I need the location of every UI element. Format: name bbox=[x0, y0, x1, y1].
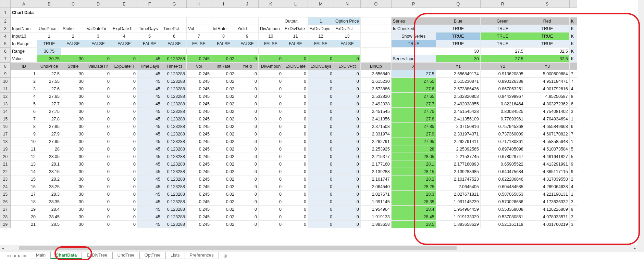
cell-x-27[interactable]: 28.4 bbox=[391, 206, 436, 213]
cell-l-21[interactable]: 0 bbox=[283, 160, 308, 168]
cell-binop-21[interactable]: 2.177160 bbox=[360, 160, 391, 168]
cell-exp-9[interactable]: 0 bbox=[111, 70, 137, 78]
row-header-19[interactable]: 19 bbox=[0, 145, 11, 153]
cell-binop-20[interactable]: 2.215377 bbox=[360, 153, 391, 160]
cell-K3[interactable]: DivAmoun bbox=[259, 25, 283, 32]
cell-exp-16[interactable]: 0 bbox=[111, 123, 137, 130]
cell-T6[interactable]: K bbox=[569, 48, 577, 55]
cell-k-26[interactable]: 0 bbox=[259, 198, 283, 206]
cell-rate-19[interactable]: 0.02 bbox=[211, 145, 236, 153]
cell-C6[interactable] bbox=[61, 48, 85, 55]
cell-over-23[interactable]: 2 bbox=[569, 176, 577, 183]
cell-und-19[interactable]: 28 bbox=[37, 145, 61, 153]
col-label-S[interactable]: Y3 bbox=[525, 63, 569, 70]
cell-pct-11[interactable]: 0.123288 bbox=[162, 85, 187, 93]
row-header-4[interactable]: 4 bbox=[0, 32, 11, 40]
cell-pct-10[interactable]: 0.123288 bbox=[162, 78, 187, 85]
cell-exp-24[interactable]: 0 bbox=[111, 183, 137, 191]
cell-m-26[interactable]: 0 bbox=[308, 198, 334, 206]
cell-n-12[interactable]: 0 bbox=[334, 93, 361, 100]
cell-x-29[interactable]: 28.5 bbox=[391, 221, 436, 228]
cell-N3[interactable]: ExDivPct bbox=[334, 25, 361, 32]
cell-yield-18[interactable]: 0 bbox=[236, 138, 259, 145]
scroll-h-track[interactable] bbox=[6, 245, 632, 251]
row-header-23[interactable]: 23 bbox=[0, 176, 11, 183]
cell-id-23[interactable]: 15 bbox=[11, 176, 37, 183]
cell-C2[interactable] bbox=[61, 17, 85, 25]
sheet-tab-exdivtree[interactable]: ExDivTree bbox=[82, 252, 112, 259]
cell-strike-23[interactable]: 30 bbox=[61, 176, 85, 183]
cell-x-24[interactable]: 28.25 bbox=[391, 183, 436, 191]
vertical-scrollbar[interactable] bbox=[638, 0, 644, 251]
cell-und-21[interactable]: 28.1 bbox=[37, 160, 61, 168]
cell-strike-29[interactable]: 30 bbox=[61, 221, 85, 228]
cell-F2[interactable] bbox=[137, 17, 162, 25]
cell-vol-28[interactable]: 0.245 bbox=[187, 213, 211, 221]
cell-exp-27[interactable]: 0 bbox=[111, 206, 137, 213]
cell-y3-25[interactable]: 4.221190131 bbox=[525, 191, 569, 198]
cell-B5[interactable]: TRUE bbox=[37, 40, 61, 48]
cell-k-24[interactable]: 0 bbox=[259, 183, 283, 191]
cell-days-14[interactable]: 45 bbox=[137, 108, 162, 115]
cell-N7[interactable]: 0 bbox=[334, 55, 361, 63]
cell-m-29[interactable]: 0 bbox=[308, 221, 334, 228]
cell-days-12[interactable]: 45 bbox=[137, 93, 162, 100]
cell-yield-13[interactable]: 0 bbox=[236, 100, 259, 108]
cell-yield-27[interactable]: 0 bbox=[236, 206, 259, 213]
cell-id-19[interactable]: 11 bbox=[11, 145, 37, 153]
cell-y2-26[interactable]: 0.570026686 bbox=[480, 198, 525, 206]
cell-over-13[interactable]: 6 bbox=[569, 100, 577, 108]
cell-C5[interactable]: FALSE bbox=[61, 40, 85, 48]
cell-vol-20[interactable]: 0.245 bbox=[187, 153, 211, 160]
cell-vol-15[interactable]: 0.245 bbox=[187, 115, 211, 123]
cell-strike-26[interactable]: 30 bbox=[61, 198, 85, 206]
cell-Q3[interactable]: TRUE bbox=[436, 25, 480, 32]
cell-binop-18[interactable]: 2.292791 bbox=[360, 138, 391, 145]
cell-x-26[interactable]: 28.35 bbox=[391, 198, 436, 206]
cell-val-18[interactable]: 0 bbox=[85, 138, 111, 145]
cell-y1-23[interactable]: 2.101747523 bbox=[436, 176, 480, 183]
cell-pct-21[interactable]: 0.123288 bbox=[162, 160, 187, 168]
cell-m-28[interactable]: 0 bbox=[308, 213, 334, 221]
cell-O5[interactable] bbox=[360, 40, 391, 48]
cell-J4[interactable]: 9 bbox=[236, 32, 259, 40]
cell-exp-14[interactable]: 0 bbox=[111, 108, 137, 115]
col-label-N[interactable]: ExDivPct bbox=[334, 63, 361, 70]
cell-yield-23[interactable]: 0 bbox=[236, 176, 259, 183]
cell-over-29[interactable]: 3 bbox=[569, 221, 577, 228]
cell-n-13[interactable]: 0 bbox=[334, 100, 361, 108]
cell-O2[interactable] bbox=[360, 17, 391, 25]
cell-x-13[interactable]: 27.7 bbox=[391, 100, 436, 108]
cell-id-9[interactable]: 1 bbox=[11, 70, 37, 78]
cell-pct-25[interactable]: 0.123288 bbox=[162, 191, 187, 198]
cell-H6[interactable] bbox=[187, 48, 211, 55]
cell-exp-21[interactable]: 0 bbox=[111, 160, 137, 168]
cell-G7[interactable]: 0.123288 bbox=[162, 55, 187, 63]
cell-M3[interactable]: ExDivDays bbox=[308, 25, 334, 32]
sheet-tab-opttree[interactable]: OptTree bbox=[139, 252, 166, 259]
cell-binop-28[interactable]: 1.919133 bbox=[360, 213, 391, 221]
row-header-1[interactable]: 1 bbox=[0, 8, 11, 17]
cell-binop-12[interactable]: 2.532820 bbox=[360, 93, 391, 100]
cell-y1-29[interactable]: 1.883658629 bbox=[436, 221, 480, 228]
cell-H4[interactable]: 7 bbox=[187, 32, 211, 40]
cell-rate-12[interactable]: 0.02 bbox=[211, 93, 236, 100]
cell-y3-29[interactable]: 4.031760219 bbox=[525, 221, 569, 228]
cell-T4[interactable]: K bbox=[569, 32, 577, 40]
cell-exp-13[interactable]: 0 bbox=[111, 100, 137, 108]
cell-val-13[interactable]: 0 bbox=[85, 100, 111, 108]
sheet-tab-chartdata[interactable]: ChartData bbox=[50, 252, 82, 259]
cell-S7[interactable]: 32.5 bbox=[525, 55, 569, 63]
col-header-R[interactable]: R bbox=[480, 0, 525, 8]
cell-k-25[interactable]: 0 bbox=[259, 191, 283, 198]
cell-strike-15[interactable]: 30 bbox=[61, 115, 85, 123]
cell-l-26[interactable]: 0 bbox=[283, 198, 308, 206]
col-header-L[interactable]: L bbox=[283, 0, 308, 8]
cell-yield-26[interactable]: 0 bbox=[236, 198, 259, 206]
cell-J5[interactable]: FALSE bbox=[236, 40, 259, 48]
cell-days-17[interactable]: 45 bbox=[137, 130, 162, 138]
cell-rate-16[interactable]: 0.02 bbox=[211, 123, 236, 130]
cell-m-19[interactable]: 0 bbox=[308, 145, 334, 153]
cell-H2[interactable] bbox=[187, 17, 211, 25]
cell-l-22[interactable]: 0 bbox=[283, 168, 308, 176]
